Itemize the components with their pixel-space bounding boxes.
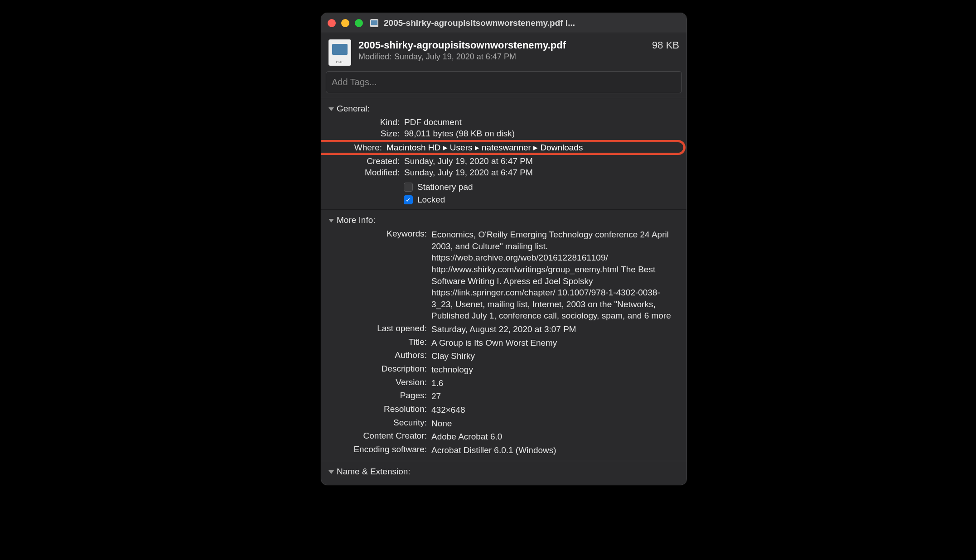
security-label: Security: [329, 418, 427, 430]
security-value: None [431, 418, 681, 430]
section-general: General: Kind: PDF document Size: 98,011… [321, 98, 686, 209]
file-thumbnail-icon: PDF [329, 39, 351, 66]
where-value: Macintosh HD ▸ Users ▸ nateswanner ▸ Dow… [387, 142, 681, 153]
title-label: Title: [329, 337, 427, 349]
section-name-ext-title: Name & Extension: [337, 467, 411, 477]
info-window: 2005-shirky-agroupisitsownworstenemy.pdf… [321, 13, 687, 485]
kind-label: Kind: [329, 117, 400, 127]
section-more-info-title: More Info: [337, 215, 376, 225]
where-highlight: Where: Macintosh HD ▸ Users ▸ nateswanne… [321, 140, 686, 155]
authors-value: Clay Shirky [431, 350, 681, 362]
section-name-ext: Name & Extension: [321, 461, 686, 485]
modified-value: Sunday, July 19, 2020 at 6:47 PM [394, 52, 516, 61]
last-opened-label: Last opened: [329, 323, 427, 335]
file-header: PDF 2005-shirky-agroupisitsownworstenemy… [321, 33, 686, 71]
modified-label: Modified: [358, 52, 391, 61]
tags-placeholder: Add Tags... [332, 77, 377, 87]
size-value: 98,011 bytes (98 KB on disk) [404, 129, 681, 139]
chevron-down-icon [329, 107, 334, 111]
pages-label: Pages: [329, 391, 427, 402]
preview-app-icon [369, 18, 379, 28]
resolution-value: 432×648 [431, 404, 681, 416]
svg-rect-1 [371, 20, 377, 25]
locked-row: ✓ Locked [404, 195, 681, 205]
close-icon[interactable] [328, 19, 336, 27]
creator-label: Content Creator: [329, 431, 427, 443]
stationery-checkbox[interactable] [404, 183, 413, 192]
creator-value: Adobe Acrobat 6.0 [431, 431, 681, 443]
stationery-pad-row: Stationery pad [404, 182, 681, 192]
description-label: Description: [329, 364, 427, 376]
kind-value: PDF document [404, 117, 681, 127]
file-size: 98 KB [652, 39, 679, 51]
version-value: 1.6 [431, 377, 681, 389]
traffic-lights [328, 19, 363, 27]
keywords-value: Economics, O'Reilly Emerging Technology … [431, 229, 681, 322]
where-label: Where: [321, 143, 382, 153]
section-name-ext-header[interactable]: Name & Extension: [327, 464, 681, 480]
description-value: technology [431, 364, 681, 376]
title-value: A Group is Its Own Worst Enemy [431, 337, 681, 349]
window-title: 2005-shirky-agroupisitsownworstenemy.pdf… [384, 18, 575, 28]
locked-label: Locked [417, 195, 445, 205]
minimize-icon[interactable] [341, 19, 349, 27]
file-modified: Modified:Sunday, July 19, 2020 at 6:47 P… [358, 52, 679, 62]
tags-input[interactable]: Add Tags... [326, 71, 682, 93]
section-general-title: General: [337, 104, 370, 114]
encoding-value: Acrobat Distiller 6.0.1 (Windows) [431, 444, 681, 456]
keywords-label: Keywords: [329, 229, 427, 322]
authors-label: Authors: [329, 350, 427, 362]
section-general-header[interactable]: General: [327, 101, 681, 117]
modified-value-2: Sunday, July 19, 2020 at 6:47 PM [404, 168, 681, 178]
created-label: Created: [329, 156, 400, 166]
file-name: 2005-shirky-agroupisitsownworstenemy.pdf [358, 39, 566, 51]
pages-value: 27 [431, 391, 681, 402]
created-value: Sunday, July 19, 2020 at 6:47 PM [404, 156, 681, 166]
modified-label-2: Modified: [329, 168, 400, 178]
encoding-label: Encoding software: [329, 444, 427, 456]
stationery-label: Stationery pad [417, 182, 473, 192]
section-more-info: More Info: Keywords: Economics, O'Reilly… [321, 209, 686, 461]
locked-checkbox[interactable]: ✓ [404, 195, 413, 204]
chevron-down-icon [329, 470, 334, 474]
size-label: Size: [329, 129, 400, 139]
titlebar: 2005-shirky-agroupisitsownworstenemy.pdf… [321, 13, 686, 33]
resolution-label: Resolution: [329, 404, 427, 416]
section-more-info-header[interactable]: More Info: [327, 212, 681, 229]
version-label: Version: [329, 377, 427, 389]
last-opened-value: Saturday, August 22, 2020 at 3:07 PM [431, 323, 681, 335]
zoom-icon[interactable] [355, 19, 363, 27]
chevron-down-icon [329, 219, 334, 222]
